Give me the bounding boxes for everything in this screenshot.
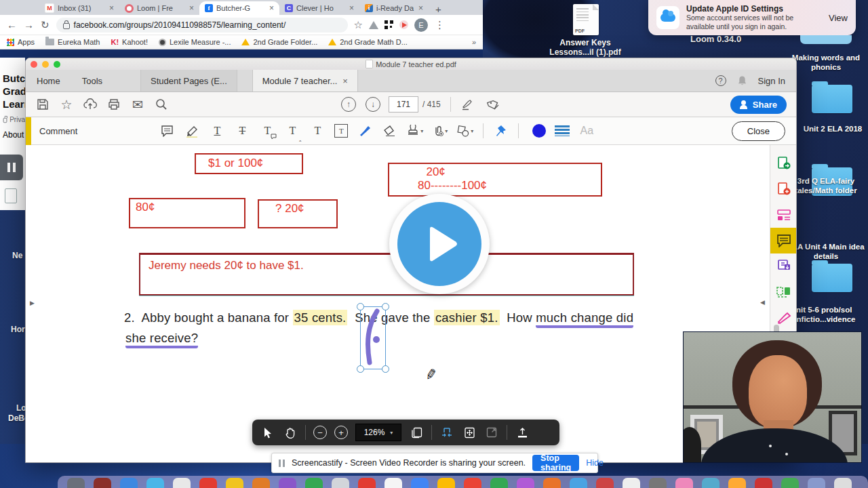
- selection-handle[interactable]: [382, 303, 389, 310]
- annotation-box-20c[interactable]: 20¢ 80--------100¢: [388, 163, 602, 197]
- dock-app-icon[interactable]: [358, 478, 376, 488]
- bookmark-kahoot[interactable]: K!Kahoot!: [111, 38, 148, 46]
- play-button[interactable]: [397, 202, 481, 286]
- tab-tools[interactable]: Tools: [71, 70, 113, 92]
- fit-page-icon[interactable]: [462, 425, 477, 440]
- dock-app-icon[interactable]: [94, 478, 111, 488]
- strikethrough-text-icon[interactable]: T: [234, 123, 250, 139]
- organize-pages-tool-icon[interactable]: [770, 279, 797, 305]
- bookmark-star-icon[interactable]: ☆: [354, 19, 363, 31]
- macos-notification[interactable]: Update Apple ID Settings Some account se…: [648, 0, 856, 35]
- bookmark-2nd-grade-math[interactable]: 2nd Grade Math D...: [328, 38, 408, 46]
- new-tab-button[interactable]: +: [435, 3, 441, 15]
- notification-view-button[interactable]: View: [825, 13, 848, 23]
- dock-app-icon[interactable]: [543, 478, 561, 488]
- draw-tool-icon[interactable]: [357, 123, 373, 139]
- reload-icon[interactable]: ↻: [41, 19, 50, 31]
- highlighter-icon[interactable]: [184, 123, 200, 139]
- dock-app-icon[interactable]: [411, 478, 429, 488]
- attachment-icon[interactable]: ▾: [432, 123, 448, 139]
- create-pdf-tool-icon[interactable]: [770, 176, 797, 202]
- bookmarks-overflow-icon[interactable]: »: [472, 38, 476, 46]
- browser-menu-icon[interactable]: ⋮: [435, 19, 445, 31]
- tab-close-icon[interactable]: ×: [418, 4, 423, 12]
- dock-app-icon[interactable]: [490, 478, 508, 488]
- bookmark-lexile[interactable]: Lexile Measure -...: [159, 38, 231, 46]
- desktop-pdf-file-label[interactable]: Answer Keys: [531, 38, 639, 47]
- zoom-level-dropdown[interactable]: 126%▾: [355, 424, 401, 441]
- close-comment-button[interactable]: Close: [732, 121, 785, 141]
- annotation-box-dollar[interactable]: $1 or 100¢: [195, 153, 303, 174]
- combine-files-tool-icon[interactable]: [770, 253, 797, 279]
- address-bar[interactable]: facebook.com/groups/201094110988575/lear…: [56, 18, 348, 33]
- cloud-upload-icon[interactable]: [83, 98, 97, 111]
- dock[interactable]: [58, 476, 868, 488]
- previous-page-icon[interactable]: ↑: [341, 97, 356, 112]
- selection-handle[interactable]: [382, 365, 389, 373]
- replace-text-icon[interactable]: T: [259, 123, 275, 139]
- comment-tool-icon-selected[interactable]: [770, 228, 797, 253]
- dock-app-icon[interactable]: [649, 478, 667, 488]
- star-favorites-icon[interactable]: ☆: [60, 98, 73, 111]
- about-link[interactable]: About: [3, 130, 25, 140]
- export-pdf-tool-icon[interactable]: [770, 150, 797, 176]
- dock-app-icon[interactable]: [252, 478, 270, 488]
- tab-facebook-active[interactable]: f Butcher-G ×: [199, 1, 279, 15]
- desktop-folder[interactable]: [812, 264, 852, 292]
- tab-close-icon[interactable]: ×: [269, 4, 274, 12]
- qr-extension-icon[interactable]: [384, 20, 393, 29]
- url-text[interactable]: facebook.com/groups/201094110988575/lear…: [74, 20, 286, 30]
- dock-app-icon[interactable]: [623, 478, 640, 488]
- hide-button[interactable]: Hide: [586, 458, 604, 468]
- export-share-icon[interactable]: [515, 425, 530, 440]
- line-thickness-icon[interactable]: [555, 125, 570, 136]
- text-box-icon[interactable]: T: [334, 124, 348, 138]
- fit-width-icon[interactable]: [439, 425, 454, 440]
- dock-app-icon[interactable]: [332, 478, 349, 488]
- annotation-box-80c[interactable]: 80¢: [129, 198, 245, 228]
- zoom-out-icon[interactable]: −: [313, 426, 327, 439]
- annotation-box-q20c[interactable]: ? 20¢: [258, 199, 338, 228]
- dock-app-icon[interactable]: [173, 478, 191, 488]
- sticky-note-icon[interactable]: [159, 123, 175, 139]
- selected-ink-annotation[interactable]: [360, 306, 386, 369]
- tab-close-icon[interactable]: ×: [349, 4, 354, 12]
- fullscreen-icon[interactable]: [484, 425, 499, 440]
- dock-app-icon[interactable]: [199, 478, 217, 488]
- selection-handle[interactable]: [357, 303, 364, 310]
- dock-app-icon[interactable]: [728, 478, 746, 488]
- page-number-input[interactable]: [389, 96, 418, 113]
- loom-pause-button[interactable]: [0, 155, 23, 180]
- dock-app-icon[interactable]: [570, 478, 587, 488]
- expand-left-panel-icon[interactable]: ▶: [30, 300, 35, 306]
- dock-app-icon[interactable]: [67, 478, 85, 488]
- tab-clever[interactable]: C Clever | Ho ×: [279, 1, 359, 15]
- next-page-icon[interactable]: ↓: [366, 97, 380, 112]
- dock-app-icon[interactable]: [464, 478, 481, 488]
- tab-iready[interactable]: i i-Ready Da ×: [359, 1, 429, 15]
- video-play-overlay[interactable]: [389, 194, 490, 294]
- drawing-shapes-icon[interactable]: ▾: [457, 123, 473, 139]
- dock-app-icon[interactable]: [834, 478, 852, 488]
- doc-tab-close-icon[interactable]: ×: [342, 76, 348, 86]
- comment-pane-strip[interactable]: [26, 117, 31, 145]
- dock-app-icon[interactable]: [437, 478, 455, 488]
- sign-pen-icon[interactable]: [461, 98, 475, 111]
- hand-tool-icon[interactable]: [283, 425, 298, 440]
- dock-app-icon[interactable]: [279, 478, 296, 488]
- profile-avatar[interactable]: E: [414, 18, 428, 32]
- dock-app-icon[interactable]: [675, 478, 693, 488]
- tab-loom[interactable]: Loom | Fre ×: [119, 1, 199, 15]
- share-button[interactable]: Share: [730, 96, 787, 114]
- forward-icon[interactable]: →: [24, 19, 34, 30]
- screencastify-extension-icon[interactable]: [399, 20, 408, 29]
- tab-close-icon[interactable]: ×: [189, 4, 194, 12]
- dock-app-icon[interactable]: [755, 478, 772, 488]
- bookmark-2nd-grade-folder[interactable]: 2nd Grade Folder...: [241, 38, 317, 46]
- dock-app-icon[interactable]: [702, 478, 719, 488]
- dock-app-icon[interactable]: [596, 478, 614, 488]
- edit-pdf-tool-icon[interactable]: [770, 202, 797, 228]
- search-icon[interactable]: [155, 98, 168, 111]
- save-icon[interactable]: [36, 98, 50, 111]
- desktop-pdf-file-icon[interactable]: PDF: [573, 4, 599, 35]
